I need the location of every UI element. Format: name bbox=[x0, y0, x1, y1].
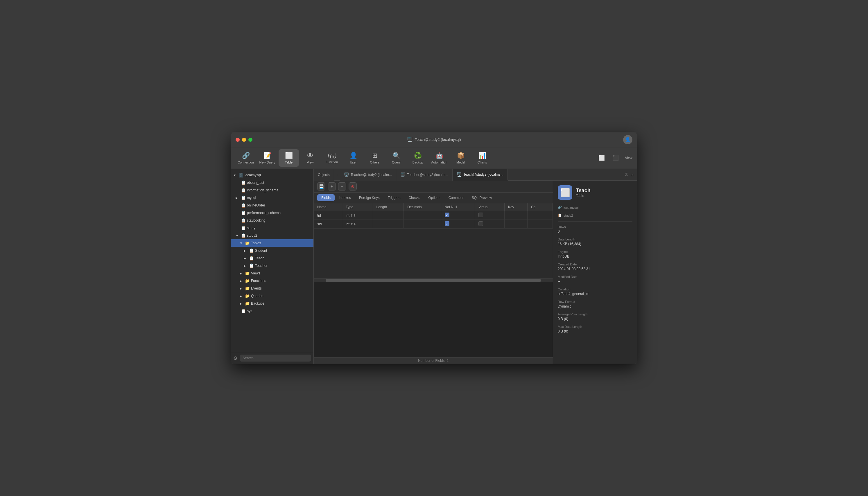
user-icon: 👤 bbox=[350, 152, 357, 159]
toolbar-model[interactable]: 📦 Model bbox=[451, 149, 471, 167]
remove-field-button[interactable]: － bbox=[338, 182, 346, 190]
sidebar-item-backups[interactable]: ▶ 📁 Backups bbox=[231, 300, 313, 307]
sidebar-item-ebean-test[interactable]: 📋 ebean_test bbox=[231, 179, 313, 186]
delete-button[interactable]: ⊗ bbox=[348, 182, 357, 190]
toolbar-charts[interactable]: 📊 Charts bbox=[472, 149, 492, 167]
subtab-fields[interactable]: Fields bbox=[317, 194, 335, 201]
schema-icon: 📋 bbox=[241, 180, 246, 185]
col-type: Type bbox=[342, 203, 373, 211]
toolbar-connection[interactable]: 🔗 Connection bbox=[236, 149, 256, 167]
maximize-button[interactable] bbox=[248, 138, 252, 142]
sidebar-item-label: staybooking bbox=[247, 218, 265, 222]
panel-header: ⬜ Teach Table bbox=[558, 185, 632, 200]
sidebar-item-study2[interactable]: ▼ 📋 study2 bbox=[231, 232, 313, 239]
split-view-icon[interactable]: ⬜ bbox=[597, 153, 606, 162]
tab-teacher1-label: Teacher@study2 (localm... bbox=[351, 173, 392, 177]
sidebar-item-functions[interactable]: ▶ 📁 Functions bbox=[231, 277, 313, 284]
sidebar-item-label: Events bbox=[251, 286, 262, 290]
grid-view-icon[interactable]: ⬛ bbox=[611, 153, 620, 162]
minimize-button[interactable] bbox=[242, 138, 246, 142]
tab-objects-label: Objects bbox=[318, 173, 330, 177]
data-table-wrapper: Name Type Length Decimals Not Null Virtu… bbox=[314, 203, 553, 279]
window-controls[interactable] bbox=[236, 138, 252, 142]
sidebar-item-performance-schema[interactable]: 📋 performance_schema bbox=[231, 209, 313, 217]
tab-back-button[interactable]: ‹ bbox=[334, 173, 340, 177]
toolbar-new-query[interactable]: 📝 New Query bbox=[257, 149, 277, 167]
subtab-options[interactable]: Options bbox=[424, 194, 444, 201]
tab-teacher1[interactable]: 🖥️ Teacher@study2 (localm... bbox=[340, 169, 396, 181]
sidebar-item-staybooking[interactable]: 📋 staybooking bbox=[231, 217, 313, 224]
subtab-triggers[interactable]: Triggers bbox=[384, 194, 405, 201]
schema-icon: 📋 bbox=[241, 233, 246, 238]
panel-label-collation: Collation bbox=[558, 288, 632, 291]
panel-row-row-format: Row Format Dynamic bbox=[558, 300, 632, 308]
toolbar-automation[interactable]: 🤖 Automation bbox=[429, 149, 449, 167]
subtab-checks[interactable]: Checks bbox=[404, 194, 424, 201]
cell-name: sid bbox=[314, 220, 342, 229]
toolbar-function[interactable]: ƒ(x) Function bbox=[322, 149, 342, 167]
subtab-comment[interactable]: Comment bbox=[445, 194, 468, 201]
db-link-icon: 🔗 bbox=[558, 206, 562, 210]
sidebar-item-events[interactable]: ▶ 📁 Events bbox=[231, 284, 313, 292]
sidebar-item-label: information_schema bbox=[247, 188, 278, 192]
save-button[interactable]: 💾 bbox=[317, 182, 325, 190]
chevron-right-icon: ▶ bbox=[240, 294, 244, 298]
sidebar-item-localmysql[interactable]: ▼ 🗄️ localmysql bbox=[231, 171, 313, 179]
inner-content: 💾 ＋ － ⊗ Fields Indexes Foreign Keys Trig… bbox=[314, 181, 637, 364]
search-input[interactable] bbox=[240, 355, 311, 361]
toolbar-table[interactable]: ⬜ Table bbox=[279, 149, 299, 167]
panel-label-max-data-length: Max Data Length bbox=[558, 325, 632, 328]
sidebar-item-queries[interactable]: ▶ 📁 Queries bbox=[231, 292, 313, 300]
schema-icon: 📋 bbox=[241, 226, 246, 230]
subtab-foreign-keys[interactable]: Foreign Keys bbox=[355, 194, 384, 201]
table-row[interactable]: tid int ⬆⬇ bbox=[314, 211, 553, 220]
status-bar: Number of Fields: 2 bbox=[314, 357, 553, 364]
sidebar-item-onlineorder[interactable]: 📋 onlineOrder bbox=[231, 202, 313, 209]
sidebar-item-tables[interactable]: ▼ 📁 Tables bbox=[231, 239, 313, 247]
subtab-sql-preview[interactable]: SQL Preview bbox=[468, 194, 496, 201]
sidebar-item-information-schema[interactable]: 📋 information_schema bbox=[231, 186, 313, 194]
sidebar-item-study[interactable]: 📋 study bbox=[231, 224, 313, 232]
sidebar-item-teach[interactable]: ▶ 📋 Teach bbox=[231, 254, 313, 262]
sidebar-item-sys[interactable]: 📋 sys bbox=[231, 307, 313, 315]
subtab-indexes[interactable]: Indexes bbox=[335, 194, 355, 201]
tab-teach[interactable]: 🖥️ Teach@study2 (localms... bbox=[453, 169, 508, 181]
schema-icon: 📋 bbox=[241, 211, 246, 215]
panel-row-modified-date: Modified Date -- bbox=[558, 275, 632, 283]
panel-label-created-date: Created Date bbox=[558, 263, 632, 266]
panel-label-engine: Engine bbox=[558, 250, 632, 253]
chevron-down-icon: ▼ bbox=[236, 234, 240, 237]
user-label: User bbox=[350, 160, 356, 164]
sidebar-item-mysql[interactable]: ▶ 📋 mysql bbox=[231, 194, 313, 202]
user-avatar[interactable]: 👤 bbox=[623, 135, 632, 144]
tab-teacher2[interactable]: 🖥️ Teacher@study2 (localm... bbox=[396, 169, 453, 181]
panel-label-avg-row-length: Average Row Length bbox=[558, 312, 632, 316]
toolbar-view[interactable]: 👁 View bbox=[300, 149, 321, 167]
sidebar-item-student[interactable]: ▶ 📋 Student bbox=[231, 247, 313, 254]
tab-objects[interactable]: Objects bbox=[314, 169, 334, 181]
table-row[interactable]: sid int ⬆⬇ bbox=[314, 220, 553, 229]
schema-icon: 📋 bbox=[241, 309, 246, 313]
cell-decimals bbox=[404, 211, 441, 220]
sidebar-item-views[interactable]: ▶ 📁 Views bbox=[231, 269, 313, 277]
close-button[interactable] bbox=[236, 138, 240, 142]
panel-study2-value: study2 bbox=[563, 214, 573, 217]
horizontal-scrollbar[interactable] bbox=[314, 279, 553, 282]
toolbar-backup[interactable]: ♻️ Backup bbox=[407, 149, 428, 167]
folder-icon: 📁 bbox=[245, 241, 250, 245]
add-field-button[interactable]: ＋ bbox=[328, 182, 336, 190]
model-label: Model bbox=[456, 160, 465, 164]
panel-row-collation: Collation utf8mb4_general_ci bbox=[558, 288, 632, 296]
panel-row-study2: 📋 study2 bbox=[558, 214, 632, 217]
folder-icon: 📁 bbox=[245, 271, 250, 276]
panel-label-row-format: Row Format bbox=[558, 300, 632, 304]
info-icon[interactable]: ⓘ bbox=[625, 172, 628, 177]
toolbar-user[interactable]: 👤 User bbox=[343, 149, 363, 167]
grid-icon[interactable]: ⊞ bbox=[631, 173, 634, 177]
sidebar-item-teacher[interactable]: ▶ 📋 Teacher bbox=[231, 262, 313, 269]
status-text: Number of Fields: 2 bbox=[418, 359, 449, 363]
sidebar-item-label: Teach bbox=[255, 256, 264, 260]
toolbar-others[interactable]: ⊞ Others bbox=[365, 149, 385, 167]
toolbar-query[interactable]: 🔍 Query bbox=[386, 149, 406, 167]
content-area: Objects ‹ 🖥️ Teacher@study2 (localm... 🖥… bbox=[314, 169, 637, 364]
